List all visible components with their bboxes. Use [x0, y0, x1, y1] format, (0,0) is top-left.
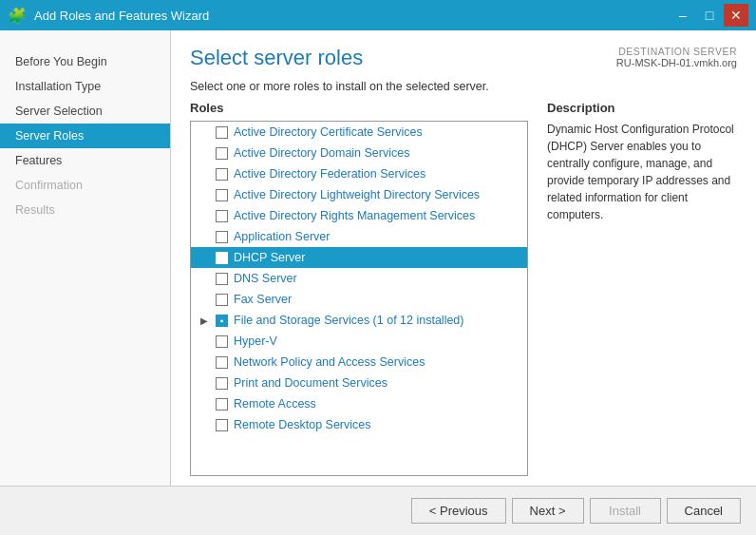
role-checkbox-print[interactable] [216, 377, 228, 390]
role-label-appserver: Application Server [234, 230, 330, 243]
description-text: Dynamic Host Configuration Protocol (DHC… [547, 121, 737, 223]
title-bar-left: 🧩 Add Roles and Features Wizard [8, 7, 209, 25]
role-checkbox-npas[interactable] [216, 356, 228, 369]
sidebar-item-before-you-begin[interactable]: Before You Begin [0, 49, 170, 74]
destination-server-label: DESTINATION SERVER [616, 46, 737, 57]
role-item-adrms[interactable]: Active Directory Rights Management Servi… [191, 205, 527, 226]
roles-list-container: Active Directory Certificate ServicesAct… [190, 121, 528, 476]
role-item-rds[interactable]: Remote Desktop Services [191, 414, 527, 435]
panel-header: Select server roles DESTINATION SERVER R… [171, 30, 756, 70]
roles-list[interactable]: Active Directory Certificate ServicesAct… [191, 122, 527, 475]
destination-server: DESTINATION SERVER RU-MSK-DH-01.vmkh.org [616, 46, 737, 68]
role-checkbox-dns[interactable] [216, 273, 228, 285]
content-area: Roles Active Directory Certificate Servi… [171, 101, 756, 486]
role-checkbox-adds[interactable] [216, 147, 228, 160]
role-item-adcs[interactable]: Active Directory Certificate Services [191, 122, 527, 143]
role-item-adds[interactable]: Active Directory Domain Services [191, 143, 527, 163]
role-label-npas: Network Policy and Access Services [234, 355, 425, 369]
role-checkbox-filestorage[interactable]: ▪ [216, 315, 228, 327]
sidebar-item-confirmation: Confirmation [0, 173, 170, 198]
role-label-dns: DNS Server [234, 272, 297, 285]
role-checkbox-rds[interactable] [216, 419, 228, 431]
role-checkbox-appserver[interactable] [216, 231, 228, 243]
role-label-adds: Active Directory Domain Services [234, 146, 409, 160]
role-checkbox-fax[interactable] [216, 294, 228, 306]
close-button[interactable]: ✕ [724, 4, 748, 27]
role-item-adlds[interactable]: Active Directory Lightweight Directory S… [191, 184, 527, 205]
main-panel: Select server roles DESTINATION SERVER R… [171, 30, 756, 486]
sidebar: Before You Begin Installation Type Serve… [0, 30, 171, 486]
expand-arrow-filestorage[interactable]: ▶ [198, 315, 210, 326]
role-item-dhcp[interactable]: DHCP Server [191, 247, 527, 268]
role-item-fax[interactable]: Fax Server [191, 289, 527, 310]
role-label-adcs: Active Directory Certificate Services [234, 125, 423, 139]
role-checkbox-adfs[interactable] [216, 168, 228, 181]
role-label-adlds: Active Directory Lightweight Directory S… [234, 188, 480, 201]
role-checkbox-adrms[interactable] [216, 210, 228, 222]
role-item-appserver[interactable]: Application Server [191, 226, 527, 247]
instruction-text: Select one or more roles to install on t… [171, 70, 756, 101]
sidebar-item-server-roles[interactable]: Server Roles [0, 124, 170, 148]
destination-server-value: RU-MSK-DH-01.vmkh.org [616, 57, 737, 68]
install-button[interactable]: Install [590, 498, 661, 524]
role-item-dns[interactable]: DNS Server [191, 268, 527, 289]
sidebar-item-features[interactable]: Features [0, 148, 170, 173]
role-item-print[interactable]: Print and Document Services [191, 373, 527, 393]
role-checkbox-adcs[interactable] [216, 126, 228, 139]
role-checkbox-adlds[interactable] [216, 189, 228, 201]
next-button[interactable]: Next > [512, 498, 584, 524]
previous-button[interactable]: < Previous [411, 498, 506, 524]
role-label-fax: Fax Server [234, 293, 292, 306]
title-bar-controls: – □ ✕ [671, 4, 748, 27]
role-label-rds: Remote Desktop Services [234, 418, 371, 431]
page-title: Select server roles [190, 46, 363, 70]
sidebar-item-server-selection[interactable]: Server Selection [0, 99, 170, 124]
role-label-adfs: Active Directory Federation Services [234, 167, 425, 181]
role-checkbox-hyperv[interactable] [216, 335, 228, 348]
role-label-hyperv: Hyper-V [234, 334, 277, 348]
cancel-button[interactable]: Cancel [667, 498, 741, 524]
footer: < Previous Next > Install Cancel [0, 486, 756, 535]
sidebar-item-installation-type[interactable]: Installation Type [0, 74, 170, 99]
role-checkbox-remoteaccess[interactable] [216, 398, 228, 411]
role-item-filestorage[interactable]: ▶▪File and Storage Services (1 of 12 ins… [191, 310, 527, 331]
role-item-remoteaccess[interactable]: Remote Access [191, 393, 527, 414]
role-item-hyperv[interactable]: Hyper-V [191, 331, 527, 352]
roles-section: Roles Active Directory Certificate Servi… [190, 101, 528, 476]
role-label-dhcp: DHCP Server [234, 251, 305, 264]
role-label-adrms: Active Directory Rights Management Servi… [234, 209, 475, 222]
minimize-button[interactable]: – [671, 4, 695, 27]
role-label-filestorage: File and Storage Services (1 of 12 insta… [234, 314, 464, 327]
role-item-adfs[interactable]: Active Directory Federation Services [191, 163, 527, 184]
role-checkbox-dhcp[interactable] [216, 252, 228, 264]
role-label-print: Print and Document Services [234, 376, 387, 390]
role-label-remoteaccess: Remote Access [234, 397, 316, 411]
description-section: Description Dynamic Host Configuration P… [547, 101, 737, 476]
roles-label: Roles [190, 101, 528, 115]
maximize-button[interactable]: □ [697, 4, 722, 27]
description-label: Description [547, 101, 737, 115]
sidebar-item-results: Results [0, 198, 170, 222]
title-bar-title: Add Roles and Features Wizard [34, 9, 209, 23]
role-item-npas[interactable]: Network Policy and Access Services [191, 352, 527, 373]
title-bar: 🧩 Add Roles and Features Wizard – □ ✕ [0, 0, 756, 30]
wizard-body: Before You Begin Installation Type Serve… [0, 30, 756, 486]
wizard-icon: 🧩 [8, 7, 27, 25]
